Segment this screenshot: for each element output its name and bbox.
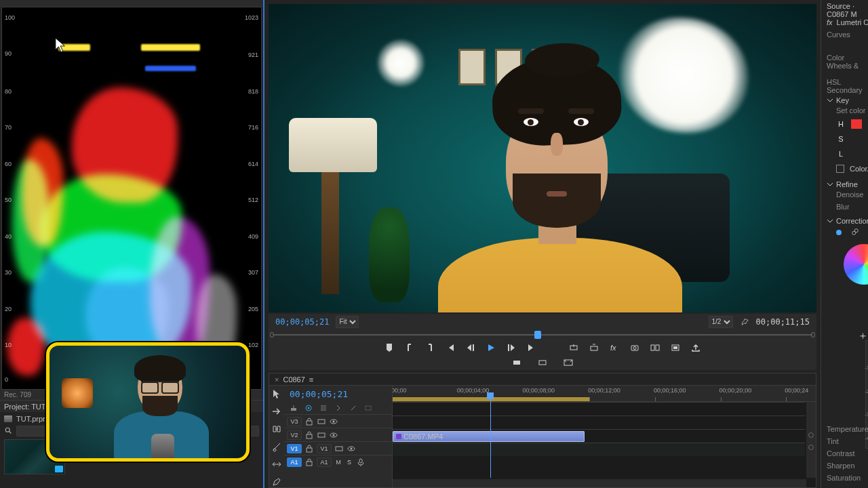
presenter-webcam-overlay	[46, 342, 250, 462]
refine-denoise[interactable]: Denoise	[827, 188, 868, 201]
svg-rect-31	[359, 459, 362, 463]
ruler-label: 00;00;20;00	[719, 387, 752, 394]
eyedropper-icon[interactable]	[851, 228, 859, 237]
track-header-a1[interactable]: A1 A1 M S	[284, 455, 392, 468]
set-color-label: Set color	[827, 104, 868, 117]
param-temperature[interactable]: Temperature	[827, 423, 861, 435]
extract-button[interactable]	[589, 342, 599, 353]
refine-blur[interactable]: Blur	[827, 201, 868, 213]
correction-color-wheel[interactable]	[827, 244, 868, 285]
zoom-fit-dropdown[interactable]: Fit	[336, 316, 359, 328]
program-monitor[interactable]	[269, 4, 816, 312]
fx-button[interactable]: fx	[609, 342, 620, 353]
svg-rect-27	[336, 447, 342, 451]
export-button[interactable]	[690, 342, 701, 353]
section-refine[interactable]: Refine	[827, 180, 868, 188]
export-frame-button[interactable]	[629, 342, 640, 353]
ruler-label: 00;00;08;00	[522, 387, 555, 394]
panel-menu-icon[interactable]: ≡	[309, 375, 313, 384]
effect-name[interactable]: Lumetri C	[837, 18, 868, 26]
program-scrub-bar[interactable]	[269, 329, 816, 340]
track-header-v3[interactable]: V3	[284, 414, 392, 428]
step-forward-button[interactable]	[506, 342, 517, 353]
section-color-wheels[interactable]: Color Wheels &	[827, 56, 868, 68]
add-marker-button[interactable]	[384, 342, 395, 353]
mark-out-button[interactable]	[425, 342, 435, 353]
insert-button[interactable]	[511, 357, 522, 368]
pen-tool[interactable]	[271, 476, 282, 487]
section-correction[interactable]: Correction	[827, 217, 868, 225]
svg-rect-23	[318, 433, 325, 437]
sync-lock-icon[interactable]	[317, 417, 326, 426]
comparison-view-button[interactable]	[650, 342, 660, 353]
sequence-tab-close-icon[interactable]: ×	[275, 375, 279, 384]
section-key[interactable]: Key	[827, 96, 868, 104]
param-sharpen[interactable]: Sharpen	[827, 460, 861, 472]
program-monitor-bar: 00;00;05;21 Fit 1/2 00;00;11;15	[269, 314, 816, 329]
section-curves[interactable]: Curves	[827, 28, 868, 41]
ruler-label: 00;00;12;00	[588, 387, 620, 394]
svg-point-16	[308, 407, 310, 409]
svg-rect-18	[307, 421, 312, 425]
timeline-playhead[interactable]	[490, 392, 491, 478]
settings-wrench-icon[interactable]	[740, 317, 749, 327]
track-lane-v2[interactable]	[393, 415, 805, 429]
lift-button[interactable]	[568, 342, 579, 353]
selection-tool[interactable]	[271, 388, 282, 399]
param-saturation[interactable]: Saturation	[827, 472, 861, 484]
timeline-vertical-scroll[interactable]	[806, 402, 816, 478]
program-duration-timecode: 00;00;11;15	[756, 317, 810, 327]
safe-margins-button[interactable]	[563, 357, 574, 368]
mark-in-button[interactable]	[404, 342, 415, 353]
correction-dot-icon[interactable]	[836, 230, 842, 235]
track-lane-v3[interactable]	[393, 402, 805, 415]
track-lane-a1[interactable]	[393, 443, 805, 456]
svg-rect-12	[539, 361, 546, 365]
mic-icon[interactable]	[356, 458, 366, 467]
source-label: Source · C0867 M	[827, 4, 868, 16]
track-select-tool[interactable]	[271, 406, 282, 417]
slip-tool[interactable]	[271, 459, 282, 470]
eye-icon[interactable]	[329, 417, 338, 426]
timeline-ruler[interactable]: 00;0000;00;04;0000;00;08;0000;00;12;0000…	[393, 386, 816, 402]
go-to-in-button[interactable]	[445, 342, 456, 353]
chevron-down-icon	[827, 97, 833, 104]
rgb-parade-waveform	[17, 16, 246, 375]
program-current-timecode[interactable]: 00;00;05;21	[275, 317, 329, 327]
hue-swatch[interactable]	[851, 119, 862, 129]
fx-badge-icon	[396, 434, 401, 439]
ripple-edit-tool[interactable]	[271, 424, 282, 434]
section-hsl-secondary[interactable]: HSL Secondary	[827, 80, 868, 92]
svg-rect-7	[651, 345, 654, 350]
proxy-toggle-button[interactable]	[670, 342, 681, 353]
program-scrub-handle[interactable]	[534, 331, 541, 339]
razor-tool[interactable]	[271, 441, 282, 452]
ruler-label: 00;00;04;00	[457, 387, 490, 394]
svg-point-0	[5, 428, 9, 432]
timeline-horizontal-zoom[interactable]	[393, 479, 806, 487]
transport-controls: fx	[269, 340, 816, 370]
track-lane-v1[interactable]: C0867.MP4	[393, 429, 805, 443]
track-header-v2[interactable]: V2	[284, 428, 392, 441]
svg-point-6	[633, 347, 636, 350]
lumetri-scopes-panel: 100 90 80 70 60 50 40 30 20 10 0 1023 92…	[1, 7, 262, 390]
lock-icon[interactable]	[304, 417, 314, 426]
svg-text:fx: fx	[610, 344, 616, 352]
lumetri-color-panel: Source · C0867 M fx Lumetri C Curves Col…	[821, 0, 868, 488]
timeline-current-timecode[interactable]: 00;00;05;21	[284, 386, 392, 402]
project-item[interactable]: TUT.prpr	[16, 415, 45, 423]
param-tint[interactable]: Tint	[827, 435, 861, 447]
sequence-tab[interactable]: C0867 ≡	[283, 375, 313, 384]
play-button[interactable]	[486, 342, 496, 353]
svg-rect-22	[307, 434, 312, 439]
svg-rect-11	[513, 361, 520, 365]
color-only-checkbox[interactable]	[836, 165, 844, 173]
overwrite-button[interactable]	[537, 357, 548, 368]
param-contrast[interactable]: Contrast	[827, 447, 861, 460]
playback-resolution-dropdown[interactable]: 1/2	[709, 316, 733, 328]
step-back-button[interactable]	[465, 342, 476, 353]
go-to-out-button[interactable]	[526, 342, 537, 353]
clip-c0867[interactable]: C0867.MP4	[393, 431, 585, 442]
svg-rect-17	[366, 406, 371, 410]
track-header-v1[interactable]: V1 V1	[284, 441, 392, 455]
